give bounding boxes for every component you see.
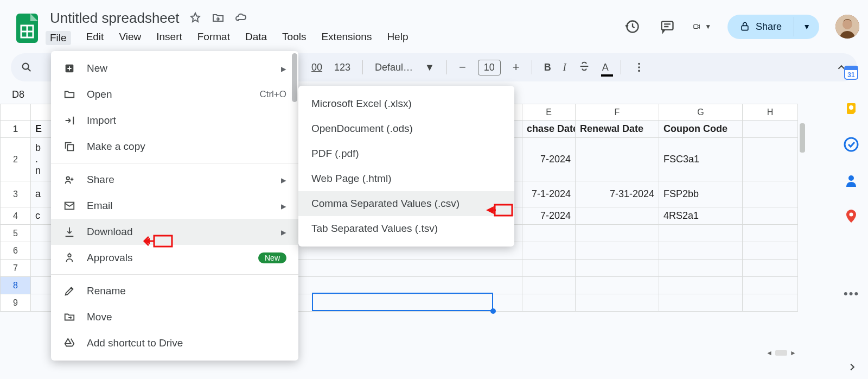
maps-app-icon[interactable] [844,209,859,224]
row-header[interactable]: 8 [1,277,31,294]
row-header[interactable]: 4 [1,207,31,225]
cell[interactable] [522,225,576,242]
submenu-item-pdf[interactable]: PDF (.pdf) [298,141,514,166]
cell[interactable]: FSP2bb [659,181,743,207]
cell[interactable] [659,225,743,242]
cell[interactable] [659,260,743,277]
cell[interactable] [743,138,798,181]
submenu-item-xlsx[interactable]: Microsoft Excel (.xlsx) [298,91,514,116]
meet-icon[interactable]: ▼ [693,17,711,36]
cell[interactable] [743,242,798,260]
contacts-app-icon[interactable] [844,173,859,188]
calendar-app-icon[interactable]: 31 [844,65,859,80]
cell[interactable] [576,138,659,181]
row-header[interactable]: 3 [1,181,31,207]
cell[interactable] [576,277,659,294]
keep-app-icon[interactable] [844,101,859,116]
menu-edit[interactable]: Edit [86,31,104,45]
row-header[interactable]: 9 [1,294,31,312]
submenu-item-tsv[interactable]: Tab Separated Values (.tsv) [298,216,514,241]
share-button[interactable]: Share [727,15,794,39]
cell[interactable]: FSC3a1 [659,138,743,181]
name-box[interactable]: D8 [12,89,44,100]
font-dropdown-icon[interactable]: ▼ [425,62,435,73]
strikethrough-button[interactable] [578,60,590,75]
cell[interactable] [576,242,659,260]
decimal-suffix[interactable]: 00 [311,62,322,73]
menu-item-make-copy[interactable]: Make a copy [51,134,298,160]
row-header[interactable]: 1 [1,121,31,138]
cell[interactable] [743,181,798,207]
star-icon[interactable] [189,11,202,24]
submenu-item-csv[interactable]: Comma Separated Values (.csv) [298,191,514,216]
font-size-input[interactable]: 10 [478,60,501,75]
cell[interactable] [522,277,576,294]
cell[interactable] [576,260,659,277]
row-header[interactable]: 7 [1,260,31,277]
number-format[interactable]: 123 [334,62,350,73]
menu-item-download[interactable]: Download ▸ [51,219,298,245]
doc-title[interactable]: Untitled spreadsheet [50,9,179,28]
cell[interactable]: 7-1-2024 [522,181,576,207]
comments-icon[interactable] [658,17,676,36]
row-header[interactable]: 5 [1,225,31,242]
menu-format[interactable]: Format [197,31,230,45]
menu-extensions[interactable]: Extensions [321,31,372,45]
cell[interactable]: Coupon Code [659,121,743,138]
menu-item-add-shortcut[interactable]: Add shortcut to Drive [51,330,298,356]
col-header-g[interactable]: G [659,104,743,121]
tasks-app-icon[interactable] [844,137,859,152]
cell[interactable] [659,294,743,312]
italic-button[interactable]: I [563,62,566,73]
cell[interactable]: 7-31-2024 [576,181,659,207]
cell[interactable] [576,207,659,225]
cell[interactable]: chase Date [522,121,576,138]
cell[interactable] [522,294,576,312]
cell[interactable] [576,294,659,312]
cell[interactable]: Renewal Date [576,121,659,138]
menu-item-new[interactable]: New ▸ [51,55,298,81]
menu-item-open[interactable]: Open Ctrl+O [51,81,298,108]
horizontal-scroll-buttons[interactable]: ◄► [765,349,797,357]
cell[interactable] [743,121,798,138]
cell[interactable] [743,260,798,277]
cell[interactable] [743,225,798,242]
font-size-increase[interactable]: + [513,60,520,74]
cell[interactable] [522,260,576,277]
menu-item-move[interactable]: Move [51,304,298,330]
cloud-status-icon[interactable] [234,11,247,24]
sheets-logo[interactable] [15,12,39,44]
menu-item-rename[interactable]: Rename [51,278,298,304]
menu-item-email[interactable]: Email ▸ [51,193,298,219]
menu-data[interactable]: Data [245,31,267,45]
search-icon[interactable] [21,61,33,73]
cell[interactable] [659,277,743,294]
menu-view[interactable]: View [119,31,141,45]
hide-sidepanel-icon[interactable] [846,361,858,375]
more-toolbar-icon[interactable] [633,61,645,73]
submenu-item-ods[interactable]: OpenDocument (.ods) [298,116,514,141]
cell[interactable] [743,207,798,225]
selection-handle[interactable] [490,308,496,314]
cell[interactable]: 4RS2a1 [659,207,743,225]
menu-file[interactable]: File [46,31,71,45]
cell[interactable] [522,242,576,260]
font-size-decrease[interactable]: − [459,60,466,74]
cell[interactable]: 7-2024 [522,138,576,181]
cell[interactable] [743,277,798,294]
history-icon[interactable] [623,17,642,36]
col-header-f[interactable]: F [576,104,659,121]
more-apps-icon[interactable]: ••• [844,287,859,302]
move-to-folder-icon[interactable] [212,11,225,24]
account-avatar[interactable] [835,15,859,39]
menu-item-approvals[interactable]: Approvals New [51,245,298,271]
col-header-e[interactable]: E [522,104,576,121]
cell[interactable] [743,294,798,312]
vertical-scrollbar[interactable] [800,123,805,153]
menu-insert[interactable]: Insert [156,31,182,45]
cell[interactable]: 7-2024 [522,207,576,225]
submenu-item-html[interactable]: Web Page (.html) [298,166,514,191]
cell[interactable] [659,242,743,260]
share-dropdown[interactable]: ▼ [794,17,819,36]
bold-button[interactable]: B [544,62,551,73]
